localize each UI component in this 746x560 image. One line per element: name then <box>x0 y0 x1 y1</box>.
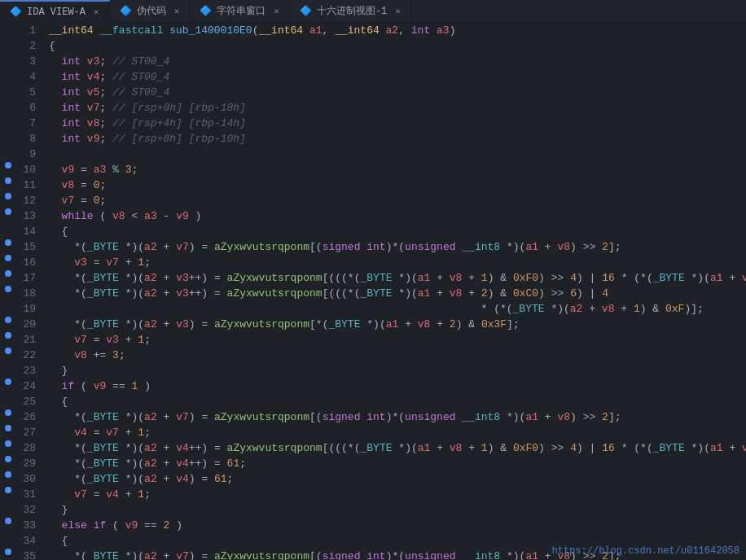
line-number: 25 <box>16 394 42 409</box>
line-content: __int64 __fastcall sub_1400010E0(__int64… <box>42 23 746 38</box>
code-line: 27 v4 = v7 + 1; <box>0 425 746 440</box>
close-icon[interactable]: ✕ <box>94 7 99 17</box>
code-line: 5 int v5; // ST00_4 <box>0 85 746 100</box>
line-number: 31 <box>16 487 42 502</box>
line-number: 19 <box>16 301 42 317</box>
code-line: 32 } <box>0 502 746 518</box>
line-number: 35 <box>16 549 42 560</box>
line-content: v4 = v7 + 1; <box>42 425 746 440</box>
tab-label: 十六进制视图-1 <box>317 4 387 18</box>
line-content: if ( v9 == 1 ) <box>42 378 746 394</box>
tab-hexview[interactable]: 🔷 十六进制视图-1 ✕ <box>290 0 411 22</box>
line-dot-area <box>0 471 16 478</box>
line-content: *(_BYTE *)(a2 + v4++) = 61; <box>42 456 746 471</box>
line-number: 10 <box>16 162 42 177</box>
line-number: 12 <box>16 193 42 208</box>
line-dot-area <box>0 348 16 354</box>
line-dot-area <box>0 239 16 246</box>
line-content: *(_BYTE *)(a2 + v3++) = aZyxwvutsrqponm[… <box>42 270 746 286</box>
line-number: 4 <box>16 69 42 85</box>
code-line: 24 if ( v9 == 1 ) <box>0 378 746 394</box>
line-content: *(_BYTE *)(a2 + v4) = 61; <box>42 471 746 487</box>
line-number: 15 <box>16 239 42 255</box>
code-line: 15 *(_BYTE *)(a2 + v7) = aZyxwvutsrqponm… <box>0 239 746 255</box>
line-content: *(_BYTE *)(a2 + v7) = aZyxwvutsrqponm[(s… <box>42 239 746 255</box>
line-content: } <box>42 363 746 378</box>
line-number: 5 <box>16 85 42 100</box>
line-dot-area <box>0 162 16 168</box>
code-line: 23 } <box>0 363 746 378</box>
code-line: 3 int v3; // ST00_4 <box>0 54 746 69</box>
code-line: 11 v8 = 0; <box>0 177 746 193</box>
line-content: int v3; // ST00_4 <box>42 54 746 69</box>
line-number: 22 <box>16 348 42 363</box>
line-number: 3 <box>16 54 42 69</box>
line-content: v7 = v4 + 1; <box>42 487 746 502</box>
line-dot-area <box>0 286 16 292</box>
code-line: 18 *(_BYTE *)(a2 + v3++) = aZyxwvutsrqpo… <box>0 286 746 301</box>
tab-icon: 🔷 <box>200 5 212 17</box>
tab-bar: 🔷 IDA VIEW-A ✕ 🔷 伪代码 ✕ 🔷 字符串窗口 ✕ 🔷 十六进制视… <box>0 0 746 23</box>
tab-label: 伪代码 <box>137 4 166 18</box>
close-icon[interactable]: ✕ <box>395 6 401 16</box>
code-line: 22 v8 += 3; <box>0 348 746 363</box>
code-line: 28 *(_BYTE *)(a2 + v4++) = aZyxwvutsrqpo… <box>0 440 746 456</box>
line-number: 32 <box>16 502 42 518</box>
code-line: 14 { <box>0 224 746 239</box>
line-content: *(_BYTE *)(a2 + v3++) = aZyxwvutsrqponm[… <box>42 286 746 301</box>
line-number: 2 <box>16 38 42 54</box>
line-dot-area <box>0 270 16 277</box>
tab-ida-view[interactable]: 🔷 IDA VIEW-A ✕ <box>0 0 110 22</box>
line-number: 1 <box>16 23 42 38</box>
line-number: 26 <box>16 409 42 425</box>
line-dot-area <box>0 378 16 385</box>
code-line: 2 { <box>0 38 746 54</box>
code-line: 4 int v4; // ST00_4 <box>0 69 746 85</box>
line-dot-area <box>0 255 16 261</box>
line-content: int v4; // ST00_4 <box>42 69 746 85</box>
line-content: int v9; // [rsp+8h] [rbp-10h] <box>42 131 746 147</box>
code-line: 21 v7 = v3 + 1; <box>0 332 746 348</box>
line-dot-area <box>0 425 16 431</box>
code-line: 30 *(_BYTE *)(a2 + v4) = 61; <box>0 471 746 487</box>
close-icon[interactable]: ✕ <box>274 6 279 16</box>
code-line: 20 *(_BYTE *)(a2 + v3) = aZyxwvutsrqponm… <box>0 317 746 332</box>
line-number: 20 <box>16 317 42 332</box>
tab-icon: 🔷 <box>300 5 312 17</box>
line-dot-area <box>0 177 16 184</box>
code-line: 26 *(_BYTE *)(a2 + v7) = aZyxwvutsrqponm… <box>0 409 746 425</box>
code-line: 10 v9 = a3 % 3; <box>0 162 746 177</box>
line-number: 16 <box>16 255 42 270</box>
line-content: v3 = v7 + 1; <box>42 255 746 270</box>
line-number: 8 <box>16 131 42 147</box>
code-line: 7 int v8; // [rsp+4h] [rbp-14h] <box>0 116 746 131</box>
line-dot-area <box>0 440 16 447</box>
tab-label: 字符串窗口 <box>217 4 265 18</box>
code-container[interactable]: 1 __int64 __fastcall sub_1400010E0(__int… <box>0 23 746 560</box>
line-content: v8 = 0; <box>42 177 746 193</box>
tab-strings[interactable]: 🔷 字符串窗口 ✕ <box>190 0 290 22</box>
line-content: v7 = 0; <box>42 193 746 208</box>
line-number: 33 <box>16 518 42 533</box>
code-line: 33 else if ( v9 == 2 ) <box>0 518 746 533</box>
line-content: *(_BYTE *)(a2 + v7) = aZyxwvutsrqponm[(s… <box>42 409 746 425</box>
tab-label: IDA VIEW-A <box>27 7 86 18</box>
line-content: { <box>42 394 746 409</box>
line-content: *(_BYTE *)(a2 + v3) = aZyxwvutsrqponm[*(… <box>42 317 746 332</box>
line-content: while ( v8 < a3 - v9 ) <box>42 208 746 224</box>
line-dot-area <box>0 208 16 215</box>
tab-pseudocode[interactable]: 🔷 伪代码 ✕ <box>110 0 191 22</box>
line-dot-area <box>0 332 16 339</box>
code-line: 25 { <box>0 394 746 409</box>
line-content: } <box>42 502 746 518</box>
line-content: else if ( v9 == 2 ) <box>42 518 746 533</box>
line-number: 14 <box>16 224 42 239</box>
close-icon[interactable]: ✕ <box>174 6 180 16</box>
line-content: v9 = a3 % 3; <box>42 162 746 177</box>
code-line: 13 while ( v8 < a3 - v9 ) <box>0 208 746 224</box>
line-content: *(_BYTE *)(a2 + v4++) = aZyxwvutsrqponm[… <box>42 440 746 456</box>
code-line: 16 v3 = v7 + 1; <box>0 255 746 270</box>
line-content: { <box>42 38 746 54</box>
line-number: 17 <box>16 270 42 286</box>
line-dot-area <box>0 518 16 524</box>
